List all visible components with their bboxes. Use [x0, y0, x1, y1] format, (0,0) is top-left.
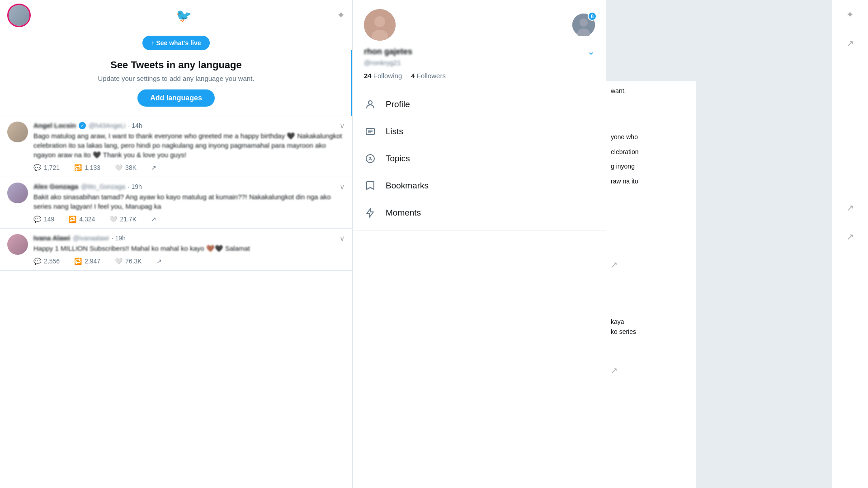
like-icon: 🤍	[115, 164, 123, 171]
nav-item-topics[interactable]: Topics	[353, 145, 606, 172]
share-action[interactable]: ↗	[156, 258, 162, 265]
language-banner: See Tweets in any language Update your s…	[0, 50, 352, 116]
share-icon: ↗	[156, 258, 162, 265]
live-banner: ↑ See what's live	[0, 36, 352, 50]
far-right-share-icon-2[interactable]: ↗	[846, 202, 854, 213]
tweet-text: Bakit ako sinasabihan tamad? Ang ayaw ko…	[33, 192, 345, 211]
see-whats-live-button[interactable]: ↑ See what's live	[142, 36, 210, 50]
far-right-share-icon-3[interactable]: ↗	[846, 231, 854, 242]
nav-item-bookmarks[interactable]: Bookmarks	[353, 172, 606, 199]
nav-label-lists: Lists	[386, 127, 403, 136]
reply-count: 149	[44, 216, 54, 223]
followers-stat[interactable]: 4 Followers	[411, 72, 446, 80]
retweet-action[interactable]: 🔁 2,947	[74, 258, 100, 265]
language-subtitle: Update your settings to add any language…	[18, 75, 334, 82]
like-icon: 🤍	[109, 216, 117, 223]
partial-text-want: want.	[611, 87, 626, 94]
tweet-time: · 19h	[128, 183, 142, 190]
followers-label-text: Followers	[417, 72, 446, 80]
tweet-row: Ivana Alawi @ivanaalawi · 19h Happy 1 MI…	[0, 229, 352, 271]
user-avatar-highlighted[interactable]	[7, 4, 31, 27]
top-bar: 🐦 ✦	[0, 0, 352, 31]
tweet-handle: @ivanaalawi	[73, 235, 109, 242]
svg-point-1	[374, 16, 385, 27]
followers-count: 4	[411, 72, 415, 80]
tweet-handle: @tito_Gonzaga	[81, 183, 125, 190]
nav-item-lists[interactable]: Lists	[353, 118, 606, 145]
vertical-divider	[351, 50, 352, 116]
retweet-action[interactable]: 🔁 4,324	[69, 216, 95, 223]
avatar	[7, 234, 28, 255]
nav-label-profile: Profile	[386, 99, 410, 109]
tweet-author-name: Alex Gonzaga	[33, 183, 78, 190]
avatar	[7, 183, 28, 203]
nav-item-profile[interactable]: Profile	[353, 91, 606, 118]
notification-avatar[interactable]: 8	[572, 14, 595, 36]
far-right-icon-bar: ✦ ↗ ↗ ↗	[832, 0, 868, 488]
profile-header: 8 rhon gajetes ⌄ @ronkryg21 24 Following…	[353, 0, 606, 87]
following-stat[interactable]: 24 Following	[364, 72, 402, 80]
share-action[interactable]: ↗	[151, 164, 156, 171]
partial-share-icon-1[interactable]: ↗	[611, 260, 618, 269]
tweet-row: Alex Gonzaga @tito_Gonzaga · 19h Bakit a…	[0, 177, 352, 229]
notification-count-badge: 8	[588, 12, 597, 21]
tweet-time: · 14h	[128, 122, 142, 129]
topics-nav-icon	[364, 152, 377, 165]
share-action[interactable]: ↗	[151, 216, 156, 223]
nav-item-moments[interactable]: Moments	[353, 199, 606, 226]
far-right-share-icon-1[interactable]: ↗	[846, 38, 854, 49]
main-feed: 🐦 ✦ ↑ See what's live See Tweets in any …	[0, 0, 353, 488]
sparkle-icon[interactable]: ✦	[337, 9, 345, 21]
bookmarks-nav-icon	[364, 179, 377, 192]
partial-text-kaya: kaya	[611, 318, 624, 325]
tweet-author-name: Ivana Alawi	[33, 234, 70, 242]
nav-label-topics: Topics	[386, 154, 410, 164]
far-right-add-icon[interactable]: ✦	[846, 9, 854, 20]
reply-icon: 💬	[33, 258, 41, 265]
retweet-count: 4,324	[79, 216, 95, 223]
reply-action[interactable]: 💬 149	[33, 216, 54, 223]
nav-divider	[353, 230, 606, 230]
reply-count: 2,556	[44, 258, 60, 265]
tweet-author-name: Angel Locsin	[33, 122, 76, 129]
partial-text-4: raw na ito	[611, 178, 638, 185]
avatar	[7, 122, 28, 142]
profile-expand-icon[interactable]: ⌄	[587, 46, 595, 57]
retweet-action[interactable]: 🔁 1,133	[74, 164, 100, 171]
tweet-time: · 19h	[112, 235, 126, 242]
like-action[interactable]: 🤍 76.3K	[115, 258, 142, 265]
reply-icon: 💬	[33, 164, 41, 171]
retweet-count: 2,947	[85, 258, 100, 265]
profile-sidebar: 8 rhon gajetes ⌄ @ronkryg21 24 Following…	[353, 0, 606, 488]
like-count: 38K	[125, 164, 137, 171]
svg-point-6	[368, 101, 372, 104]
tweet-text: Bago matulog ang araw, I want to thank e…	[33, 131, 345, 160]
retweet-icon: 🔁	[74, 258, 82, 265]
tweet-text: Happy 1 MILLION Subscribers!! Mahal ko m…	[33, 244, 345, 253]
tweet-menu-button[interactable]: ∨	[340, 234, 345, 243]
retweet-icon: 🔁	[69, 216, 76, 223]
twitter-logo-icon: 🐦	[176, 8, 192, 23]
svg-point-12	[369, 157, 371, 159]
like-count: 76.3K	[125, 258, 142, 265]
like-action[interactable]: 🤍 21.7K	[109, 216, 137, 223]
reply-action[interactable]: 💬 1,721	[33, 164, 60, 171]
profile-display-name: rhon gajetes	[364, 47, 412, 56]
add-languages-button[interactable]: Add languages	[137, 89, 215, 107]
partial-share-icon-2[interactable]: ↗	[611, 366, 618, 375]
tweet-row: Angel Locsin ✓ @h43AngeLi · 14h Bago mat…	[0, 116, 352, 177]
reply-action[interactable]: 💬 2,556	[33, 258, 60, 265]
tweet-menu-button[interactable]: ∨	[340, 122, 345, 130]
share-icon: ↗	[151, 216, 156, 223]
following-label-text: Following	[373, 72, 402, 80]
partial-text-2: elebration	[611, 148, 639, 155]
like-action[interactable]: 🤍 38K	[115, 164, 137, 171]
verified-badge-icon: ✓	[79, 122, 86, 129]
profile-avatar[interactable]	[364, 9, 396, 41]
tweets-container: Angel Locsin ✓ @h43AngeLi · 14h Bago mat…	[0, 116, 352, 271]
partial-text-1: yone who	[611, 133, 638, 141]
nav-label-bookmarks: Bookmarks	[386, 181, 429, 191]
reply-icon: 💬	[33, 216, 41, 223]
partial-text-series: ko series	[611, 328, 636, 335]
tweet-menu-button[interactable]: ∨	[340, 183, 345, 191]
